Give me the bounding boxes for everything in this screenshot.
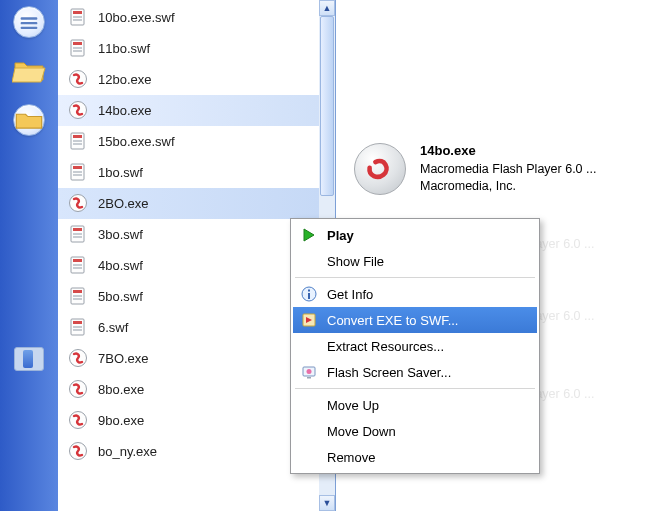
file-row[interactable]: 8bo.exe	[58, 374, 319, 405]
screensaver-icon	[299, 362, 319, 382]
menu-item[interactable]: Move Down	[293, 418, 537, 444]
convert-icon	[299, 310, 319, 330]
svg-rect-17	[21, 22, 38, 24]
file-row[interactable]: 5bo.swf	[58, 281, 319, 312]
file-name: 2BO.exe	[98, 196, 149, 211]
flash-exe-icon	[68, 410, 88, 430]
file-row[interactable]: 1bo.swf	[58, 157, 319, 188]
menu-icon-blank	[299, 251, 319, 271]
menu-item[interactable]: Play	[293, 222, 537, 248]
file-row[interactable]: 14bo.exe	[58, 95, 319, 126]
file-name: 5bo.swf	[98, 289, 143, 304]
flash-exe-icon	[68, 441, 88, 461]
file-row[interactable]: 15bo.exe.swf	[58, 126, 319, 157]
flash-exe-icon	[68, 193, 88, 213]
menu-separator	[295, 388, 535, 389]
menu-item[interactable]: Show File	[293, 248, 537, 274]
flash-icon	[354, 143, 406, 195]
menu-item[interactable]: Remove	[293, 444, 537, 470]
menu-item-label: Extract Resources...	[327, 339, 444, 354]
menu-icon-blank	[299, 447, 319, 467]
sidebar	[0, 0, 58, 511]
info-icon	[299, 284, 319, 304]
menu-item-label: Get Info	[327, 287, 373, 302]
file-row[interactable]: 6.swf	[58, 312, 319, 343]
flash-exe-icon	[68, 348, 88, 368]
swf-file-icon	[68, 224, 88, 244]
menu-item[interactable]: Extract Resources...	[293, 333, 537, 359]
file-row[interactable]: 7BO.exe	[58, 343, 319, 374]
scroll-thumb[interactable]	[320, 16, 334, 196]
file-name: 11bo.swf	[98, 41, 150, 56]
scroll-down-icon[interactable]: ▼	[319, 495, 335, 511]
file-name: 3bo.swf	[98, 227, 143, 242]
flash-exe-icon	[68, 379, 88, 399]
file-name: 10bo.exe.swf	[98, 10, 175, 25]
file-row[interactable]: bo_ny.exe	[58, 436, 319, 467]
detail-product: Macromedia Flash Player 6.0 ...	[420, 162, 596, 176]
file-name: 7BO.exe	[98, 351, 149, 366]
file-name: 15bo.exe.swf	[98, 134, 175, 149]
file-row[interactable]: 10bo.exe.swf	[58, 2, 319, 33]
file-row[interactable]: 3bo.swf	[58, 219, 319, 250]
menu-item-label: Move Down	[327, 424, 396, 439]
swf-file-icon	[68, 286, 88, 306]
play-icon	[299, 225, 319, 245]
file-list[interactable]: 10bo.exe.swf11bo.swf12bo.exe14bo.exe15bo…	[58, 0, 319, 511]
swf-file-icon	[68, 38, 88, 58]
flash-exe-icon	[68, 100, 88, 120]
folder-icon[interactable]	[12, 56, 46, 86]
detail-company: Macromedia, Inc.	[420, 179, 516, 193]
file-name: bo_ny.exe	[98, 444, 157, 459]
menu-item-label: Convert EXE to SWF...	[327, 313, 459, 328]
file-row[interactable]: 12bo.exe	[58, 64, 319, 95]
file-name: 4bo.swf	[98, 258, 143, 273]
swf-file-icon	[68, 255, 88, 275]
folder-open-icon[interactable]	[13, 104, 45, 136]
file-name: 6.swf	[98, 320, 128, 335]
detail-filename: 14bo.exe	[420, 143, 476, 158]
svg-rect-18	[21, 27, 38, 29]
menu-separator	[295, 277, 535, 278]
menu-item-label: Remove	[327, 450, 375, 465]
menu-item-label: Play	[327, 228, 354, 243]
file-name: 12bo.exe	[98, 72, 152, 87]
swf-file-icon	[68, 162, 88, 182]
menu-item-label: Show File	[327, 254, 384, 269]
flash-exe-icon	[68, 69, 88, 89]
swf-file-icon	[68, 317, 88, 337]
file-name: 8bo.exe	[98, 382, 144, 397]
context-menu[interactable]: PlayShow FileGet InfoConvert EXE to SWF.…	[290, 218, 540, 474]
detail-card: 14bo.exe Macromedia Flash Player 6.0 ...…	[354, 142, 650, 212]
file-name: 9bo.exe	[98, 413, 144, 428]
menu-item-label: Flash Screen Saver...	[327, 365, 451, 380]
file-name: 1bo.swf	[98, 165, 143, 180]
file-row[interactable]: 9bo.exe	[58, 405, 319, 436]
file-row[interactable]: 4bo.swf	[58, 250, 319, 281]
swf-file-icon	[68, 7, 88, 27]
file-row[interactable]: 2BO.exe	[58, 188, 319, 219]
swf-file-icon	[68, 131, 88, 151]
slider-icon[interactable]	[14, 347, 44, 371]
svg-rect-16	[21, 17, 38, 19]
menu-icon-blank	[299, 336, 319, 356]
menu-icon-blank	[299, 395, 319, 415]
menu-icon[interactable]	[13, 6, 45, 38]
file-name: 14bo.exe	[98, 103, 152, 118]
menu-item[interactable]: Move Up	[293, 392, 537, 418]
scroll-up-icon[interactable]: ▲	[319, 0, 335, 16]
menu-icon-blank	[299, 421, 319, 441]
menu-item-label: Move Up	[327, 398, 379, 413]
menu-item[interactable]: Convert EXE to SWF...	[293, 307, 537, 333]
menu-item[interactable]: Flash Screen Saver...	[293, 359, 537, 385]
file-row[interactable]: 11bo.swf	[58, 33, 319, 64]
menu-item[interactable]: Get Info	[293, 281, 537, 307]
